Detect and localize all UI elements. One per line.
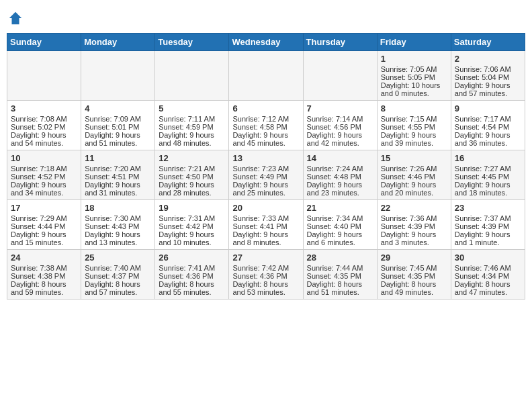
calendar-cell: 17Sunrise: 7:29 AMSunset: 4:44 PMDayligh…	[7, 199, 81, 249]
calendar-cell: 15Sunrise: 7:26 AMSunset: 4:46 PMDayligh…	[377, 150, 451, 199]
day-number: 16	[455, 153, 521, 163]
day-info: and 23 minutes.	[307, 189, 373, 197]
weekday-header: Thursday	[303, 33, 377, 50]
day-number: 22	[381, 203, 447, 213]
day-info: Sunrise: 7:46 AM	[455, 264, 521, 272]
day-info: Sunrise: 7:44 AM	[307, 264, 373, 272]
day-number: 28	[307, 253, 373, 263]
day-info: Sunset: 4:40 PM	[307, 222, 373, 230]
day-info: Daylight: 9 hours	[11, 230, 77, 238]
day-info: Daylight: 9 hours	[455, 131, 521, 139]
day-info: Sunset: 4:36 PM	[159, 272, 225, 280]
day-info: Daylight: 9 hours	[11, 181, 77, 189]
calendar-header-row: SundayMondayTuesdayWednesdayThursdayFrid…	[7, 33, 525, 50]
day-info: Daylight: 8 hours	[381, 280, 447, 288]
calendar-cell: 2Sunrise: 7:06 AMSunset: 5:04 PMDaylight…	[451, 50, 525, 100]
svg-marker-0	[9, 12, 21, 24]
day-info: Sunset: 4:43 PM	[85, 222, 151, 230]
day-number: 12	[159, 153, 225, 163]
logo	[7, 11, 23, 29]
calendar-cell: 14Sunrise: 7:24 AMSunset: 4:48 PMDayligh…	[303, 150, 377, 199]
day-info: Sunset: 4:42 PM	[159, 222, 225, 230]
day-info: Daylight: 8 hours	[11, 280, 77, 288]
day-info: Sunrise: 7:30 AM	[85, 214, 151, 222]
day-number: 27	[232, 253, 299, 263]
day-info: and 0 minutes.	[381, 89, 447, 97]
day-info: Sunrise: 7:06 AM	[455, 65, 521, 73]
day-number: 7	[307, 103, 373, 113]
calendar-table: SundayMondayTuesdayWednesdayThursdayFrid…	[7, 33, 525, 300]
day-info: Sunrise: 7:23 AM	[232, 165, 299, 173]
day-info: Sunrise: 7:37 AM	[455, 214, 521, 222]
day-info: Sunset: 5:05 PM	[381, 73, 447, 81]
calendar-cell: 6Sunrise: 7:12 AMSunset: 4:58 PMDaylight…	[229, 100, 303, 150]
day-info: Sunrise: 7:17 AM	[455, 115, 521, 123]
weekday-header: Tuesday	[155, 33, 229, 50]
calendar-cell: 9Sunrise: 7:17 AMSunset: 4:54 PMDaylight…	[451, 100, 525, 150]
day-info: Sunset: 4:58 PM	[232, 123, 299, 131]
day-info: Daylight: 8 hours	[307, 280, 373, 288]
calendar-cell	[155, 50, 229, 100]
day-number: 11	[85, 153, 151, 163]
calendar-week-row: 1Sunrise: 7:05 AMSunset: 5:05 PMDaylight…	[7, 50, 525, 100]
calendar-cell: 19Sunrise: 7:31 AMSunset: 4:42 PMDayligh…	[155, 199, 229, 249]
day-info: Sunrise: 7:18 AM	[11, 165, 77, 173]
day-info: Sunrise: 7:21 AM	[159, 165, 225, 173]
day-info: Sunset: 4:37 PM	[85, 272, 151, 280]
day-info: Sunrise: 7:33 AM	[232, 214, 299, 222]
day-info: and 28 minutes.	[159, 189, 225, 197]
day-info: Daylight: 9 hours	[381, 131, 447, 139]
day-info: Daylight: 9 hours	[455, 81, 521, 89]
day-info: and 31 minutes.	[85, 189, 151, 197]
day-info: and 47 minutes.	[455, 288, 521, 296]
day-info: Daylight: 9 hours	[85, 230, 151, 238]
day-info: Sunset: 4:55 PM	[381, 123, 447, 131]
day-info: and 53 minutes.	[232, 288, 299, 296]
day-info: Sunrise: 7:26 AM	[381, 165, 447, 173]
day-info: Daylight: 9 hours	[11, 131, 77, 139]
calendar-cell: 22Sunrise: 7:36 AMSunset: 4:39 PMDayligh…	[377, 199, 451, 249]
day-number: 9	[455, 103, 521, 113]
day-number: 15	[381, 153, 447, 163]
day-info: Sunset: 4:48 PM	[307, 173, 373, 181]
day-number: 17	[11, 203, 77, 213]
day-info: Daylight: 8 hours	[232, 280, 299, 288]
day-info: Daylight: 9 hours	[159, 230, 225, 238]
day-info: and 34 minutes.	[11, 189, 77, 197]
calendar-cell: 4Sunrise: 7:09 AMSunset: 5:01 PMDaylight…	[81, 100, 155, 150]
day-info: Sunrise: 7:15 AM	[381, 115, 447, 123]
day-info: and 55 minutes.	[159, 288, 225, 296]
day-info: and 59 minutes.	[11, 288, 77, 296]
day-info: and 18 minutes.	[455, 189, 521, 197]
weekday-header: Friday	[377, 33, 451, 50]
day-info: Sunset: 4:45 PM	[455, 173, 521, 181]
day-info: Sunset: 4:56 PM	[307, 123, 373, 131]
day-info: and 20 minutes.	[381, 189, 447, 197]
day-number: 24	[11, 253, 77, 263]
day-info: Daylight: 9 hours	[381, 230, 447, 238]
day-info: and 1 minute.	[455, 238, 521, 246]
calendar-cell: 27Sunrise: 7:42 AMSunset: 4:36 PMDayligh…	[229, 249, 303, 299]
day-info: and 57 minutes.	[85, 288, 151, 296]
day-info: Sunrise: 7:12 AM	[232, 115, 299, 123]
day-info: and 8 minutes.	[232, 238, 299, 246]
day-number: 6	[232, 103, 299, 113]
day-number: 25	[85, 253, 151, 263]
day-info: Sunset: 4:54 PM	[455, 123, 521, 131]
day-info: and 13 minutes.	[85, 238, 151, 246]
calendar-cell: 11Sunrise: 7:20 AMSunset: 4:51 PMDayligh…	[81, 150, 155, 199]
day-number: 23	[455, 203, 521, 213]
day-info: and 42 minutes.	[307, 139, 373, 147]
day-number: 4	[85, 103, 151, 113]
calendar-cell: 26Sunrise: 7:41 AMSunset: 4:36 PMDayligh…	[155, 249, 229, 299]
day-info: and 36 minutes.	[455, 139, 521, 147]
day-info: Sunrise: 7:11 AM	[159, 115, 225, 123]
day-info: and 39 minutes.	[381, 139, 447, 147]
day-info: Daylight: 9 hours	[232, 230, 299, 238]
day-info: Sunrise: 7:40 AM	[85, 264, 151, 272]
calendar-cell	[81, 50, 155, 100]
day-number: 18	[85, 203, 151, 213]
day-info: Sunset: 4:44 PM	[11, 222, 77, 230]
day-info: Sunrise: 7:14 AM	[307, 115, 373, 123]
day-info: and 15 minutes.	[11, 238, 77, 246]
